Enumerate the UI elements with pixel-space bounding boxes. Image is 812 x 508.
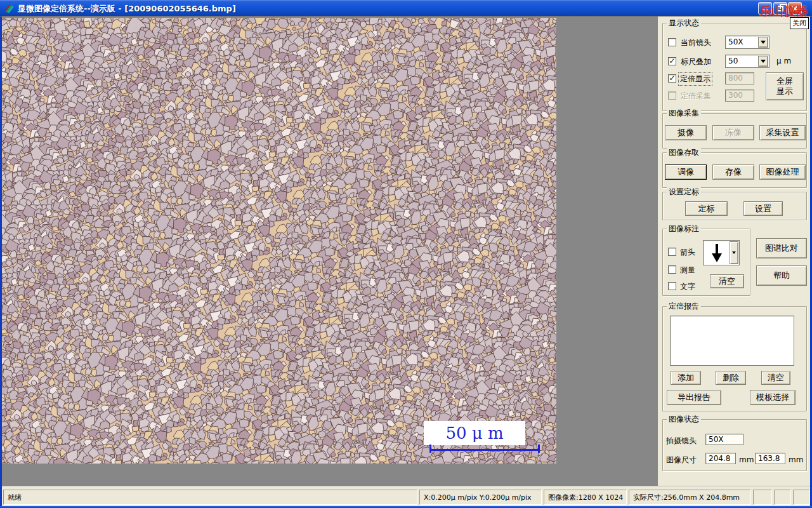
fixed-display-field: 800 [725,72,754,84]
text-annotation-checkbox[interactable] [668,282,676,290]
measure-annotation-checkbox[interactable] [668,265,676,274]
help-button[interactable]: 帮助 [756,265,807,286]
ruler-unit-label: μ m [776,57,791,65]
arrow-style-combo-button[interactable] [730,241,738,264]
current-lens-value: 50X [728,37,743,46]
window-title: 显微图像定倍系统--演示版 - [20090602055646.bmp] [18,3,236,15]
arrow-style-combo[interactable] [703,240,740,265]
ruler-value: 50 [728,57,738,65]
load-image-button[interactable]: 调像 [665,164,707,180]
fixed-display-label: 定倍显示 [679,73,712,85]
report-add-button[interactable]: 添加 [671,371,701,385]
clear-annotation-button[interactable]: 清空 [710,274,744,288]
fullscreen-button-line1: 全屏 [776,76,793,86]
status-empty-cell [753,490,772,505]
status-pixel-info: 图像像素:1280 X 1024 [544,490,627,505]
ruler-overlay-checkbox[interactable]: ✓ [668,57,676,65]
dropdown-arrow-icon [732,251,736,254]
fixed-display-checkbox[interactable]: ✓ [668,74,676,83]
calibrate-button[interactable]: 定标 [685,201,728,216]
scalebar-line [429,449,540,451]
shoot-button[interactable]: 摄像 [665,125,707,140]
fixed-capture-field: 300 [725,90,754,102]
ruler-overlay-label: 标尺叠加 [681,57,711,67]
groupbox-display-status-title: 显示状态 [667,18,701,27]
atlas-compare-button[interactable]: 图谱比对 [756,238,807,258]
calibration-settings-button[interactable]: 设置 [743,201,783,216]
report-clear-button[interactable]: 清空 [761,371,790,385]
app-window: 显微图像定倍系统--演示版 - [20090602055646.bmp] × 乐… [0,0,812,508]
groupbox-storage-title: 图像存取 [667,148,701,157]
report-listbox[interactable] [670,316,794,366]
groupbox-capture-title: 图像采集 [667,109,701,117]
fullscreen-button[interactable]: 全屏 显示 [766,72,804,100]
image-width-field: 204.8 [705,453,736,464]
checkmark-icon: ✓ [669,74,675,83]
close-tooltip: 关闭 [790,17,809,29]
scalebar-label-box: 50 μ m [424,421,525,445]
groupbox-annotation-title: 图像标注 [667,224,701,233]
groupbox-image-status-title: 图像状态 [667,415,701,424]
image-size-label: 图像尺寸 [666,455,697,465]
image-process-button[interactable]: 图像处理 [759,164,806,180]
micrograph-image[interactable] [2,18,556,464]
current-lens-label: 当前镜头 [681,37,711,48]
arrow-annotation-checkbox[interactable] [668,248,676,256]
shoot-lens-field: 50X [705,434,743,445]
shoot-lens-label: 拍摄镜头 [666,436,697,446]
image-width-unit: mm [739,455,754,464]
save-image-button[interactable]: 存像 [712,164,754,180]
groupbox-calibration: 设置定标 [662,192,807,220]
title-bar: 显微图像定倍系统--演示版 - [20090602055646.bmp] × [0,0,812,17]
dropdown-arrow-icon [761,41,766,44]
groupbox-calibration-title: 设置定标 [667,187,701,196]
status-size-info: 实际尺寸:256.0mm X 204.8mm [629,490,751,505]
export-report-button[interactable]: 导出报告 [667,390,721,405]
image-height-field: 163.8 [755,453,785,464]
freeze-button: 冻像 [712,125,754,140]
ruler-value-combo[interactable]: 50 [725,55,769,68]
checkmark-icon: ✓ [669,57,675,65]
status-ready: 就绪 [3,490,417,505]
measure-annotation-label: 测量 [680,265,695,276]
dropdown-arrow-icon [761,60,766,63]
window-border-left [0,17,2,508]
scalebar-tick-left [429,444,431,453]
status-empty-cell [774,490,791,505]
image-height-unit: mm [789,455,803,464]
fixed-capture-checkbox [668,91,676,100]
scalebar-tick-right [538,444,540,453]
fullscreen-button-line2: 显示 [776,86,793,97]
template-select-button[interactable]: 模板选择 [750,390,796,405]
current-lens-checkbox[interactable] [668,38,676,46]
current-lens-combo-button[interactable] [758,37,768,48]
groupbox-report-title: 定倍报告 [667,302,701,311]
control-panel: 显示状态 当前镜头 50X ✓ 标尺叠加 50 μ m ✓ 定倍显示 800 全… [658,17,810,486]
down-arrow-icon [710,244,723,263]
fixed-capture-label: 定倍采集 [681,91,711,102]
status-scale-info: X:0.200μ m/pix Y:0.200μ m/pix [419,490,542,505]
scalebar-label: 50 μ m [445,424,503,443]
status-bar: 就绪 X:0.200μ m/pix Y:0.200μ m/pix 图像像素:12… [2,486,810,506]
ruler-combo-button[interactable] [758,56,768,67]
current-lens-combo[interactable]: 50X [725,36,769,49]
status-empty-cell [793,490,809,505]
arrow-annotation-label: 箭头 [680,247,695,258]
text-annotation-label: 文字 [680,281,695,292]
app-icon [4,3,15,13]
report-delete-button[interactable]: 删除 [716,371,746,385]
capture-settings-button[interactable]: 采集设置 [759,125,806,140]
